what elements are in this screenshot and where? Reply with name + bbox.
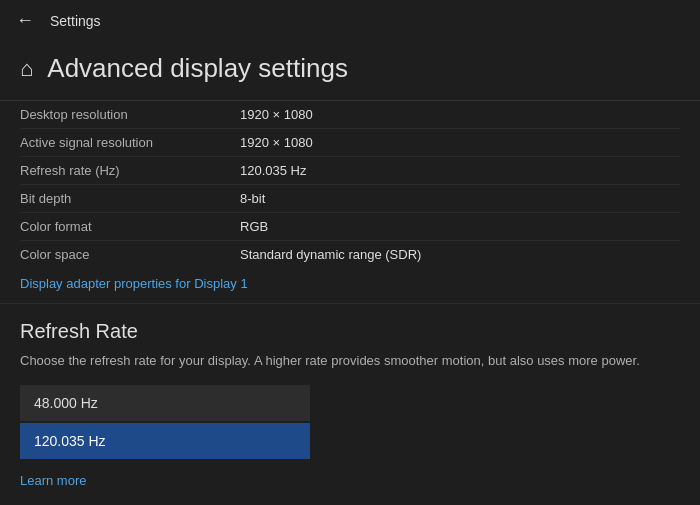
title-bar-text: Settings xyxy=(50,13,101,29)
info-row: Refresh rate (Hz)120.035 Hz xyxy=(20,157,680,185)
refresh-rate-description: Choose the refresh rate for your display… xyxy=(0,351,700,385)
info-row: Color formatRGB xyxy=(20,213,680,241)
info-row: Color spaceStandard dynamic range (SDR) xyxy=(20,241,680,268)
info-row: Desktop resolution1920 × 1080 xyxy=(20,101,680,129)
info-value: 8-bit xyxy=(240,191,265,206)
display-info-section: Desktop resolution1920 × 1080Active sign… xyxy=(0,101,700,303)
info-value: Standard dynamic range (SDR) xyxy=(240,247,421,262)
info-value: RGB xyxy=(240,219,268,234)
info-label: Refresh rate (Hz) xyxy=(20,163,240,178)
info-value: 120.035 Hz xyxy=(240,163,307,178)
refresh-rate-option[interactable]: 120.035 Hz xyxy=(20,423,310,459)
page-title: Advanced display settings xyxy=(47,53,348,84)
back-button[interactable]: ← xyxy=(16,10,34,31)
adapter-properties-link[interactable]: Display adapter properties for Display 1 xyxy=(20,268,680,303)
home-icon: ⌂ xyxy=(20,56,33,82)
refresh-rate-section: Refresh Rate Choose the refresh rate for… xyxy=(0,304,700,488)
info-value: 1920 × 1080 xyxy=(240,107,313,122)
page-header: ⌂ Advanced display settings xyxy=(0,41,700,101)
info-row: Bit depth8-bit xyxy=(20,185,680,213)
info-label: Color format xyxy=(20,219,240,234)
info-value: 1920 × 1080 xyxy=(240,135,313,150)
info-label: Active signal resolution xyxy=(20,135,240,150)
learn-more-link[interactable]: Learn more xyxy=(0,459,700,488)
title-bar: ← Settings xyxy=(0,0,700,41)
info-row: Active signal resolution1920 × 1080 xyxy=(20,129,680,157)
refresh-rate-list: 48.000 Hz120.035 Hz xyxy=(0,385,700,459)
info-label: Color space xyxy=(20,247,240,262)
info-label: Desktop resolution xyxy=(20,107,240,122)
refresh-rate-option[interactable]: 48.000 Hz xyxy=(20,385,310,421)
refresh-rate-title: Refresh Rate xyxy=(0,304,700,351)
info-label: Bit depth xyxy=(20,191,240,206)
